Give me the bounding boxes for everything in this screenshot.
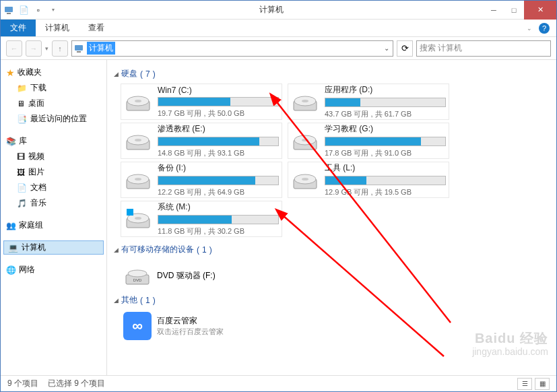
drive-usage-bar <box>325 176 446 185</box>
picture-icon: 🖼 <box>17 168 25 177</box>
status-selected: 已选择 9 个项目 <box>48 378 105 389</box>
baidu-sub: 双击运行百度云管家 <box>157 327 224 337</box>
svg-point-21 <box>302 178 308 181</box>
collapse-icon: ◢ <box>114 247 119 253</box>
drive-free-text: 43.7 GB 可用 , 共 61.7 GB <box>325 109 446 119</box>
drive-usage-bar <box>325 98 446 107</box>
svg-point-27 <box>128 270 147 277</box>
network-icon: 🌐 <box>6 265 16 275</box>
drive-item[interactable]: 渗透教程 (E:) 14.8 GB 可用 , 共 93.1 GB <box>121 123 282 159</box>
svg-point-6 <box>135 100 141 102</box>
address-bar[interactable]: 计算机 ⌄ <box>71 40 393 57</box>
star-icon: ★ <box>6 67 15 78</box>
section-other[interactable]: ◢其他 (1) <box>114 294 550 306</box>
address-pc-icon <box>73 43 84 54</box>
status-count: 9 个项目 <box>7 378 38 389</box>
hdd-icon <box>291 88 319 116</box>
sidebar-videos[interactable]: 🎞视频 <box>3 150 104 164</box>
dropdown-icon[interactable]: ▾ <box>48 5 59 15</box>
dvd-label: DVD 驱动器 (F:) <box>157 270 216 282</box>
svg-point-9 <box>302 100 308 102</box>
sidebar-computer[interactable]: 💻计算机 <box>3 240 104 255</box>
hdd-icon <box>124 166 152 194</box>
sidebar-documents[interactable]: 📄文档 <box>3 181 104 195</box>
sidebar-network[interactable]: 🌐网络 <box>3 263 104 277</box>
watermark: Baidu 经验 jingyan.baidu.com <box>472 330 548 358</box>
search-placeholder: 搜索 计算机 <box>420 42 462 54</box>
back-button[interactable]: ← <box>6 40 22 57</box>
system-icon <box>3 5 14 15</box>
copy-icon[interactable]: 📄 <box>18 5 29 15</box>
properties-icon[interactable]: ▫ <box>33 5 44 15</box>
up-button[interactable]: ↑ <box>52 40 68 57</box>
svg-rect-25 <box>127 209 133 216</box>
drive-usage-bar <box>325 137 446 146</box>
drive-name: 应用程序 (D:) <box>325 84 446 96</box>
view-icons-button[interactable]: ▦ <box>535 378 550 390</box>
section-hdd[interactable]: ◢硬盘 (7) <box>114 68 550 79</box>
hdd-icon <box>124 205 152 233</box>
maximize-button[interactable]: □ <box>504 1 524 20</box>
sidebar-recent[interactable]: 📑最近访问的位置 <box>3 112 104 126</box>
sidebar-pictures[interactable]: 🖼图片 <box>3 165 104 179</box>
menu-file[interactable]: 文件 <box>1 20 36 36</box>
svg-text:DVD: DVD <box>133 278 142 282</box>
dvd-icon: DVD <box>123 261 152 290</box>
drive-name: 工具 (L:) <box>325 162 446 174</box>
sidebar-homegroup[interactable]: 👥家庭组 <box>3 218 104 232</box>
drive-item[interactable]: 系统 (M:) 11.8 GB 可用 , 共 30.2 GB <box>121 201 282 237</box>
baidu-icon: ∞ <box>123 312 152 340</box>
drive-name: Win7 (C:) <box>158 86 279 95</box>
recent-icon: 📑 <box>17 115 27 124</box>
ribbon-expand-icon[interactable]: ⌄ <box>527 25 532 32</box>
sidebar-music[interactable]: 🎵音乐 <box>3 196 104 210</box>
computer-icon: 💻 <box>8 243 18 253</box>
svg-point-15 <box>302 139 308 141</box>
drive-item[interactable]: 学习教程 (G:) 17.8 GB 可用 , 共 91.0 GB <box>288 123 449 159</box>
svg-rect-2 <box>75 45 83 51</box>
address-text: 计算机 <box>87 42 115 55</box>
baidu-label: 百度云管家 <box>157 315 224 327</box>
menu-view[interactable]: 查看 <box>79 20 114 36</box>
drive-usage-bar <box>158 97 279 106</box>
collapse-icon: ◢ <box>114 71 119 77</box>
forward-button[interactable]: → <box>26 40 42 57</box>
drive-name: 系统 (M:) <box>158 201 279 213</box>
folder-icon: 📁 <box>17 84 27 93</box>
refresh-button[interactable]: ⟳ <box>397 40 413 57</box>
address-dropdown-icon[interactable]: ⌄ <box>381 44 393 52</box>
video-icon: 🎞 <box>17 152 25 162</box>
help-icon[interactable]: ? <box>539 23 550 34</box>
svg-rect-1 <box>7 13 11 14</box>
search-input[interactable]: 搜索 计算机 <box>416 40 551 57</box>
drive-usage-bar <box>158 176 279 185</box>
menu-computer[interactable]: 计算机 <box>36 20 79 36</box>
collapse-icon: ◢ <box>114 297 119 304</box>
drive-item[interactable]: 工具 (L:) 12.9 GB 可用 , 共 19.5 GB <box>288 162 449 198</box>
music-icon: 🎵 <box>17 199 27 208</box>
document-icon: 📄 <box>17 183 27 193</box>
sidebar: ★收藏夹 📁下载 🖥桌面 📑最近访问的位置 📚库 🎞视频 🖼图片 📄文档 🎵音乐… <box>1 60 107 375</box>
sidebar-libraries[interactable]: 📚库 <box>3 134 104 148</box>
hdd-icon <box>124 88 152 116</box>
svg-rect-3 <box>77 51 81 53</box>
drive-item[interactable]: Win7 (C:) 19.7 GB 可用 , 共 50.0 GB <box>121 84 282 120</box>
main-pane: ◢硬盘 (7) Win7 (C:) 19.7 GB 可用 , 共 50.0 GB… <box>107 60 556 375</box>
svg-point-18 <box>135 178 141 181</box>
drive-item[interactable]: 备份 (I:) 12.2 GB 可用 , 共 64.9 GB <box>121 162 282 198</box>
sidebar-desktop[interactable]: 🖥桌面 <box>3 96 104 110</box>
drive-item[interactable]: 应用程序 (D:) 43.7 GB 可用 , 共 61.7 GB <box>288 84 449 120</box>
hdd-icon <box>291 127 319 155</box>
sidebar-favorites[interactable]: ★收藏夹 <box>3 65 104 79</box>
view-details-button[interactable]: ☰ <box>517 378 532 390</box>
history-dropdown-icon[interactable]: ▾ <box>45 45 48 52</box>
minimize-button[interactable]: ─ <box>484 1 504 20</box>
drive-usage-bar <box>158 215 279 224</box>
drive-free-text: 11.8 GB 可用 , 共 30.2 GB <box>158 226 279 236</box>
hdd-icon <box>124 127 152 155</box>
sidebar-downloads[interactable]: 📁下载 <box>3 81 104 95</box>
drive-name: 渗透教程 (E:) <box>158 123 279 135</box>
close-button[interactable]: ✕ <box>524 1 556 20</box>
section-removable[interactable]: ◢有可移动存储的设备 (1) <box>114 244 550 255</box>
dvd-drive[interactable]: DVD DVD 驱动器 (F:) <box>121 259 550 292</box>
